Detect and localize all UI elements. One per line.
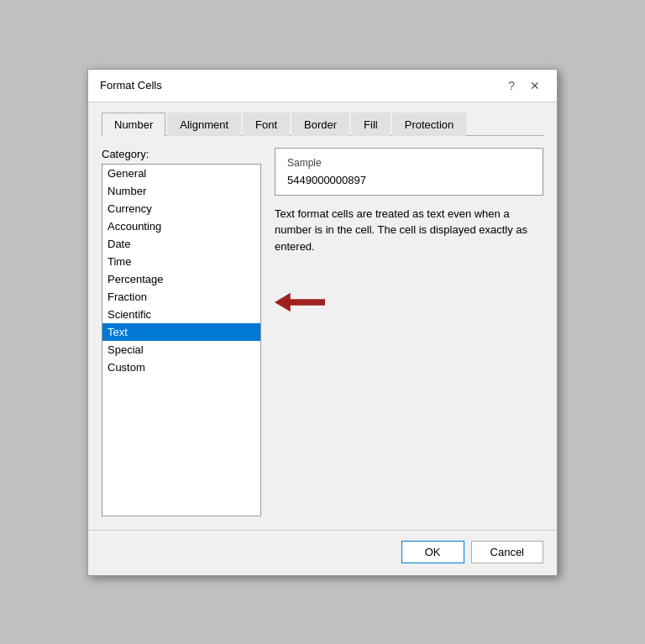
category-label: Category: [102, 148, 261, 160]
dialog-title: Format Cells [100, 79, 162, 92]
category-item-scientific[interactable]: Scientific [102, 306, 260, 323]
svg-marker-0 [275, 293, 325, 312]
category-item-custom[interactable]: Custom [102, 359, 260, 376]
category-section: Category: General Number Currency Accoun… [102, 148, 261, 516]
category-item-fraction[interactable]: Fraction [102, 288, 260, 306]
sample-value: 5449000000897 [287, 174, 531, 186]
help-button[interactable]: ? [503, 78, 520, 93]
dialog-footer: OK Cancel [88, 530, 557, 575]
category-item-date[interactable]: Date [102, 235, 260, 253]
close-button[interactable]: ✕ [525, 78, 545, 93]
sample-label: Sample [287, 157, 531, 169]
tab-protection[interactable]: Protection [392, 113, 467, 136]
tab-alignment[interactable]: Alignment [167, 113, 241, 136]
title-bar-controls: ? ✕ [503, 78, 545, 93]
title-bar-left: Format Cells [100, 79, 162, 92]
right-panel: Sample 5449000000897 Text format cells a… [275, 148, 543, 516]
sample-section: Sample 5449000000897 [275, 148, 543, 196]
category-listbox[interactable]: General Number Currency Accounting Date … [102, 164, 261, 516]
tab-font[interactable]: Font [243, 113, 290, 136]
content-area: Category: General Number Currency Accoun… [102, 148, 543, 516]
category-item-general[interactable]: General [102, 165, 260, 182]
category-item-percentage[interactable]: Percentage [102, 270, 260, 288]
category-item-special[interactable]: Special [102, 341, 260, 359]
category-item-text[interactable]: Text [102, 323, 260, 341]
left-arrow-icon [275, 290, 325, 315]
ok-button[interactable]: OK [401, 541, 464, 563]
category-item-number[interactable]: Number [102, 182, 260, 200]
description-text: Text format cells are treated as text ev… [275, 206, 543, 255]
arrow-indicator [275, 290, 543, 315]
category-item-time[interactable]: Time [102, 253, 260, 270]
tab-fill[interactable]: Fill [351, 113, 391, 136]
format-cells-dialog: Format Cells ? ✕ Number Alignment Font B… [87, 69, 558, 576]
dialog-body: Number Alignment Font Border Fill Protec… [88, 102, 557, 530]
tab-border[interactable]: Border [291, 113, 349, 136]
tab-bar: Number Alignment Font Border Fill Protec… [102, 113, 543, 136]
title-bar: Format Cells ? ✕ [88, 70, 557, 102]
cancel-button[interactable]: Cancel [471, 541, 543, 563]
category-item-accounting[interactable]: Accounting [102, 217, 260, 235]
category-item-currency[interactable]: Currency [102, 200, 260, 217]
tab-number[interactable]: Number [102, 113, 165, 136]
